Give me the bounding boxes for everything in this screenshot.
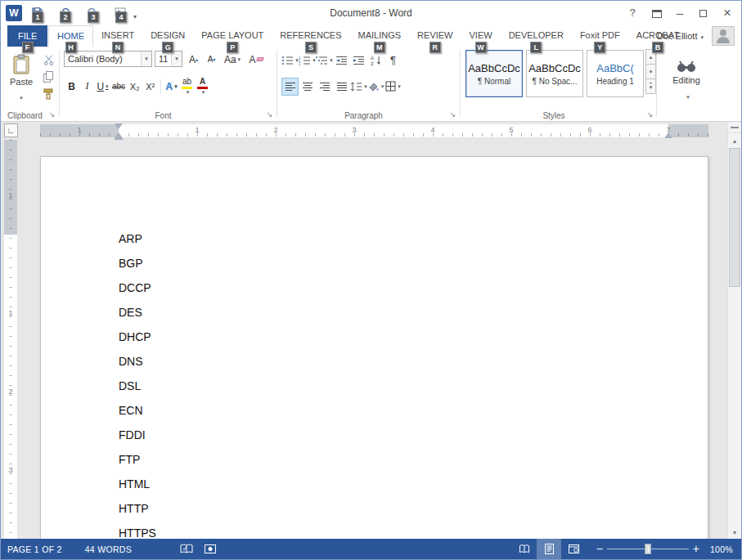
font-name-value: Calibri (Body) (65, 54, 141, 64)
bullets-button[interactable] (281, 52, 299, 69)
horizontal-ruler[interactable]: 1 1 2 3 4 5 6 7 (40, 124, 708, 137)
tab-foxit-pdf[interactable]: Foxit PDFY (572, 25, 628, 47)
style-no-spacing[interactable]: AaBbCcDc ¶ No Spac... (526, 50, 583, 97)
zoom-out-button[interactable]: − (592, 539, 607, 559)
tab-home[interactable]: HOMEH (48, 25, 93, 47)
scroll-down-button[interactable] (728, 526, 741, 539)
styles-scroll-down-button[interactable] (645, 64, 656, 79)
zoom-in-button[interactable]: + (689, 539, 704, 559)
change-case-button[interactable]: Aa (222, 51, 243, 68)
tab-file[interactable]: FILE F (7, 25, 47, 47)
copy-button[interactable] (39, 69, 57, 85)
tab-mailings[interactable]: MAILINGSM (350, 25, 410, 47)
format-painter-button[interactable] (39, 86, 57, 102)
show-hide-marks-button[interactable] (384, 52, 402, 69)
editing-menu-button[interactable]: Editing (662, 51, 711, 110)
clear-formatting-button[interactable]: A (246, 51, 266, 68)
style-heading-1[interactable]: AaBbC( Heading 1 (587, 50, 644, 97)
grow-font-button[interactable]: A (185, 51, 202, 68)
tab-design[interactable]: DESIGNG (142, 25, 193, 47)
multilevel-list-button[interactable] (316, 52, 333, 69)
cut-button[interactable] (39, 52, 57, 68)
borders-button[interactable] (384, 78, 402, 96)
text-effects-button[interactable]: A (164, 78, 179, 96)
paragraph-dialog-launcher[interactable] (448, 110, 457, 119)
clipboard-icon (12, 54, 30, 75)
clipboard-dialog-launcher[interactable] (47, 110, 56, 119)
chevron-down-icon[interactable] (171, 52, 182, 66)
document-text[interactable]: ARP BGP DCCP DES DHCP DNS DSL ECN FDDI F… (41, 157, 708, 539)
format-painter-icon (43, 88, 54, 100)
styles-gallery-more-button[interactable] (645, 78, 656, 94)
hanging-indent-marker[interactable] (115, 132, 123, 138)
scroll-up-button[interactable] (728, 134, 741, 147)
shading-button[interactable] (367, 78, 384, 96)
bold-button[interactable]: B (64, 78, 79, 96)
decrease-indent-button[interactable] (333, 52, 350, 69)
tab-page-layout[interactable]: PAGE LAYOUTP (193, 25, 272, 47)
zoom-level[interactable]: 100% (704, 544, 741, 554)
strikethrough-button[interactable]: abc (110, 78, 127, 96)
vertical-ruler[interactable]: 1 1 2 3 (4, 140, 17, 539)
font-dialog-launcher[interactable] (265, 110, 274, 119)
tab-insert[interactable]: INSERTN (93, 25, 142, 47)
justify-button[interactable] (333, 78, 350, 96)
tab-review[interactable]: REVIEWR (409, 25, 461, 47)
bold-glyph: B (68, 81, 75, 92)
shrink-font-button[interactable]: A (203, 51, 220, 68)
decrease-indent-icon (335, 56, 348, 65)
font-name-combo[interactable]: Calibri (Body) (64, 51, 152, 67)
keytip-acrobat: B (652, 42, 663, 53)
avatar[interactable] (712, 26, 735, 46)
tab-references[interactable]: REFERENCESS (272, 25, 349, 47)
help-button[interactable] (622, 1, 643, 25)
paste-button[interactable]: Paste (4, 49, 38, 108)
tab-developer[interactable]: DEVELOPERL (501, 25, 572, 47)
ribbon-display-options-button[interactable] (646, 1, 668, 25)
split-handle[interactable] (728, 122, 741, 133)
font-color-button[interactable]: A (195, 78, 210, 96)
align-left-button[interactable] (281, 78, 299, 96)
maximize-button[interactable] (692, 1, 713, 25)
read-mode-button[interactable] (512, 539, 537, 559)
qat-customize-button[interactable] (133, 7, 143, 19)
chevron-down-icon[interactable] (141, 52, 151, 66)
superscript-button[interactable]: X² (142, 78, 158, 96)
font-size-combo[interactable]: 11 (155, 51, 182, 67)
numbering-button[interactable]: 123 (299, 52, 316, 69)
vertical-scrollbar[interactable] (727, 122, 741, 539)
right-indent-marker[interactable] (664, 132, 672, 138)
macro-record-button[interactable] (199, 539, 222, 559)
zoom-slider[interactable] (607, 539, 689, 559)
word-logo-icon[interactable] (6, 5, 22, 21)
italic-button[interactable]: I (79, 78, 95, 96)
tab-stop-selector[interactable] (4, 123, 18, 137)
styles-dialog-launcher[interactable] (645, 110, 654, 119)
doc-line: DHCP (119, 330, 708, 355)
page-indicator[interactable]: PAGE 1 OF 2 (1, 539, 69, 559)
subscript-button[interactable]: X₂ (127, 78, 142, 96)
styles-group-label: Styles (461, 111, 647, 120)
increase-indent-button[interactable] (350, 52, 367, 69)
align-right-button[interactable] (316, 78, 333, 96)
style-normal[interactable]: AaBbCcDc ¶ Normal (465, 50, 523, 97)
underline-button[interactable]: U (95, 78, 110, 96)
tab-view[interactable]: VIEWW (461, 25, 501, 47)
ruler-number: 6 (587, 126, 591, 134)
proofing-status-button[interactable] (174, 539, 199, 559)
tab-home-label: HOME (57, 31, 84, 41)
line-spacing-button[interactable] (350, 78, 367, 96)
first-line-indent-marker[interactable] (115, 123, 123, 129)
zoom-slider-thumb[interactable] (645, 544, 651, 554)
word-count[interactable]: 44 WORDS (79, 539, 138, 559)
web-layout-button[interactable] (561, 539, 586, 559)
minimize-button[interactable] (669, 1, 690, 25)
page[interactable]: ARP BGP DCCP DES DHCP DNS DSL ECN FDDI F… (40, 156, 708, 539)
highlight-color-button[interactable]: ab (179, 78, 195, 96)
print-layout-button[interactable] (537, 539, 561, 559)
close-button[interactable] (717, 1, 738, 25)
sort-button[interactable]: AZ (367, 52, 384, 69)
scrollbar-thumb[interactable] (729, 148, 740, 287)
account-menu[interactable]: Doc Elliott (657, 25, 704, 47)
align-center-button[interactable] (299, 78, 316, 96)
